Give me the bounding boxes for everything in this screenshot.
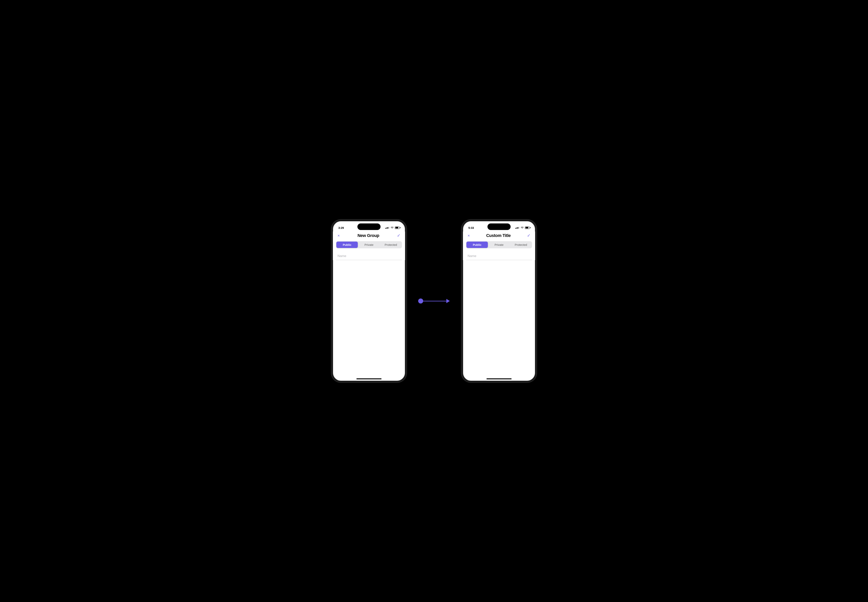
segment-public-2[interactable]: Public bbox=[466, 241, 488, 248]
phone-frame-2: 5:33 bbox=[461, 220, 537, 382]
name-placeholder-1: Name bbox=[338, 254, 346, 258]
segment-control-2: Public Private Protected bbox=[466, 241, 532, 248]
segment-private-2[interactable]: Private bbox=[488, 241, 510, 248]
battery-icon-2 bbox=[525, 227, 530, 229]
signal-icon-1 bbox=[385, 227, 389, 229]
confirm-button-2[interactable]: ✓ bbox=[527, 233, 530, 238]
name-field-1[interactable]: Name bbox=[336, 252, 402, 260]
dynamic-island-1 bbox=[357, 223, 381, 230]
segment-private-1[interactable]: Private bbox=[358, 241, 379, 248]
arrow-shaft bbox=[423, 301, 446, 301]
confirm-button-1[interactable]: ✓ bbox=[397, 233, 400, 238]
wifi-icon-2 bbox=[521, 226, 524, 229]
phone-frame-1: 3:29 bbox=[331, 220, 407, 382]
home-indicator-1 bbox=[356, 378, 381, 379]
battery-icon-1 bbox=[395, 227, 399, 229]
status-time-1: 3:29 bbox=[338, 226, 344, 229]
status-icons-2 bbox=[515, 226, 530, 229]
cancel-button-1[interactable]: × bbox=[338, 233, 340, 238]
dynamic-island-2 bbox=[487, 223, 511, 230]
arrow-circle bbox=[418, 298, 423, 304]
page-title-1: New Group bbox=[357, 233, 379, 238]
page-title-2: Custom Title bbox=[486, 233, 511, 238]
phone-content-2: × Custom Title ✓ Public Private Protecte… bbox=[463, 232, 535, 260]
status-icons-1 bbox=[385, 226, 399, 229]
wifi-icon-1 bbox=[390, 226, 394, 229]
name-placeholder-2: Name bbox=[468, 254, 476, 258]
segment-public-1[interactable]: Public bbox=[336, 241, 358, 248]
cancel-button-2[interactable]: × bbox=[468, 233, 470, 238]
status-time-2: 5:33 bbox=[469, 226, 474, 229]
segment-protected-1[interactable]: Protected bbox=[380, 241, 402, 248]
signal-icon-2 bbox=[515, 227, 519, 229]
nav-bar-1: × New Group ✓ bbox=[333, 232, 405, 241]
segment-control-1: Public Private Protected bbox=[336, 241, 402, 248]
phone-content-1: × New Group ✓ Public Private Protected N… bbox=[333, 232, 405, 260]
arrow-line bbox=[418, 298, 450, 304]
arrow-connector bbox=[418, 298, 450, 304]
arrow-head bbox=[446, 299, 450, 303]
name-field-2[interactable]: Name bbox=[466, 252, 532, 260]
segment-protected-2[interactable]: Protected bbox=[510, 241, 532, 248]
nav-bar-2: × Custom Title ✓ bbox=[463, 232, 535, 241]
home-indicator-2 bbox=[487, 378, 512, 379]
scene: 3:29 bbox=[331, 220, 537, 382]
